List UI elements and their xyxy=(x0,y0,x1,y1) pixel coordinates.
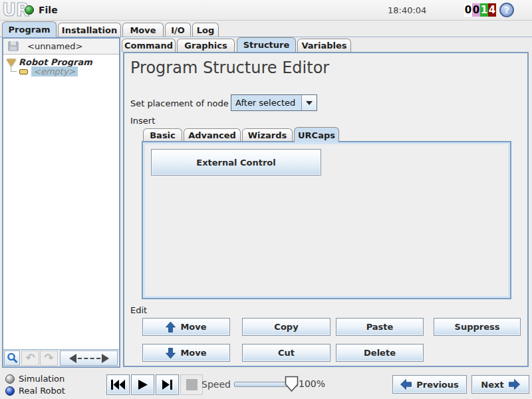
tab-structure[interactable]: Structure xyxy=(237,37,296,52)
move-up-label: Move xyxy=(180,322,206,332)
real-robot-radio-icon xyxy=(5,386,15,396)
arrow-left-icon xyxy=(400,379,412,390)
clock: 18:40:04 xyxy=(388,5,426,15)
tab-log[interactable]: Log xyxy=(192,23,219,37)
external-control-button[interactable]: External Control xyxy=(151,149,321,176)
arrow-up-icon xyxy=(166,322,176,332)
counter-digit: 0 xyxy=(464,3,472,17)
tree-node-empty[interactable]: <empty> xyxy=(31,66,78,76)
real-robot-label: Real Robot xyxy=(19,386,65,396)
program-status-icon xyxy=(25,5,34,15)
tree-leaf-icon xyxy=(19,69,28,74)
help-icon[interactable]: ? xyxy=(499,3,514,17)
undo-button[interactable]: ↶ xyxy=(21,350,39,366)
move-down-label: Move xyxy=(180,348,206,358)
skip-to-start-button[interactable] xyxy=(106,374,130,395)
next-label: Next xyxy=(481,380,503,390)
tree-toolbar: ↶ ↷ xyxy=(3,349,119,366)
chevron-down-icon xyxy=(306,101,313,105)
nav-right-icon xyxy=(102,354,109,363)
speed-value: 100% xyxy=(299,378,325,389)
nav-left-icon xyxy=(69,354,76,363)
program-counter: 0014 xyxy=(464,3,496,17)
page-title: Program Structure Editor xyxy=(130,59,329,77)
cut-button[interactable]: Cut xyxy=(242,344,331,362)
tab-graphics[interactable]: Graphics xyxy=(177,39,235,52)
counter-digit: 1 xyxy=(480,3,488,17)
tab-advanced[interactable]: Advanced xyxy=(184,128,241,142)
arrow-right-icon xyxy=(509,379,520,390)
undo-icon: ↶ xyxy=(25,352,35,364)
tab-installation[interactable]: Installation xyxy=(58,23,121,37)
program-name: <unnamed> xyxy=(27,41,82,51)
previous-label: Previous xyxy=(416,380,459,390)
redo-icon: ↷ xyxy=(44,352,53,364)
play-icon xyxy=(138,380,148,390)
play-button[interactable] xyxy=(131,374,154,395)
paste-button[interactable]: Paste xyxy=(336,318,424,336)
move-down-button[interactable]: Move xyxy=(142,344,230,362)
stop-button[interactable] xyxy=(180,374,203,395)
simulation-radio[interactable]: Simulation xyxy=(5,374,65,384)
tab-program[interactable]: Program xyxy=(2,21,57,37)
delete-button[interactable]: Delete xyxy=(336,344,424,362)
top-bar: UR File 18:40:04 0014 ? xyxy=(0,0,532,21)
move-up-button[interactable]: Move xyxy=(142,318,230,336)
step-navigate-button[interactable] xyxy=(60,350,118,366)
simulation-radio-icon xyxy=(5,374,15,384)
speed-slider-thumb[interactable] xyxy=(285,376,299,392)
tab-io[interactable]: I/O xyxy=(165,23,191,37)
real-robot-radio[interactable]: Real Robot xyxy=(5,386,65,396)
nav-dash-icon xyxy=(78,358,100,359)
skip-to-start-icon xyxy=(111,380,126,390)
counter-digit: 0 xyxy=(472,3,480,17)
copy-button[interactable]: Copy xyxy=(242,318,331,336)
redo-button[interactable]: ↷ xyxy=(40,350,58,366)
search-button[interactable] xyxy=(4,350,20,366)
tab-wizards[interactable]: Wizards xyxy=(242,128,293,142)
insert-label: Insert xyxy=(130,116,155,126)
program-name-header: <unnamed> xyxy=(3,39,119,55)
placement-dropdown[interactable]: After selected xyxy=(231,94,317,111)
tab-urcaps[interactable]: URCaps xyxy=(294,127,339,142)
stop-icon xyxy=(186,379,198,390)
placement-label: Set placement of node xyxy=(130,98,229,108)
search-icon xyxy=(7,352,18,364)
simulation-label: Simulation xyxy=(19,374,65,384)
tree-node-robot-program[interactable]: Robot Program xyxy=(19,57,92,67)
save-icon xyxy=(8,41,19,51)
tab-variables[interactable]: Variables xyxy=(297,39,351,52)
tree-connector xyxy=(11,65,17,72)
tab-command[interactable]: Command xyxy=(122,39,176,52)
tab-basic[interactable]: Basic xyxy=(143,128,182,142)
dropdown-arrow-button[interactable] xyxy=(301,95,317,110)
arrow-down-icon xyxy=(166,348,176,358)
counter-digit: 4 xyxy=(488,3,496,17)
suppress-button[interactable]: Suppress xyxy=(434,318,521,336)
edit-label: Edit xyxy=(130,305,147,315)
file-menu[interactable]: File xyxy=(39,5,58,15)
program-tree-panel: <unnamed> Robot Program <empty> ↶ ↷ xyxy=(2,37,120,368)
skip-to-end-button[interactable] xyxy=(156,374,179,395)
next-button[interactable]: Next xyxy=(471,375,529,394)
placement-value: After selected xyxy=(231,98,301,108)
previous-button[interactable]: Previous xyxy=(392,375,467,394)
skip-to-end-icon xyxy=(162,380,173,390)
tab-move[interactable]: Move xyxy=(122,23,164,37)
speed-label: Speed xyxy=(201,379,231,390)
